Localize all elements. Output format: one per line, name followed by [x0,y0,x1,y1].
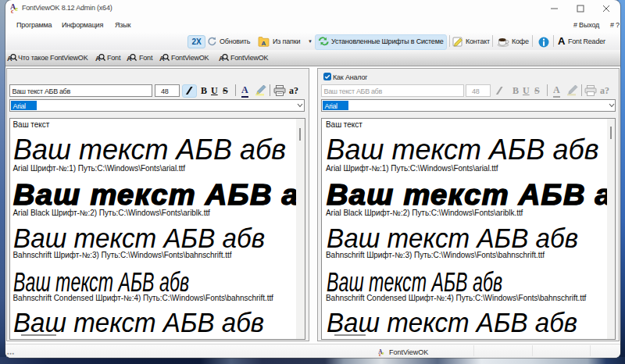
svg-text:A: A [262,40,266,47]
svg-text:c: c [379,352,381,357]
svg-text:e: e [15,5,18,12]
svg-text:c: c [11,8,14,14]
svg-text:e: e [382,350,384,355]
